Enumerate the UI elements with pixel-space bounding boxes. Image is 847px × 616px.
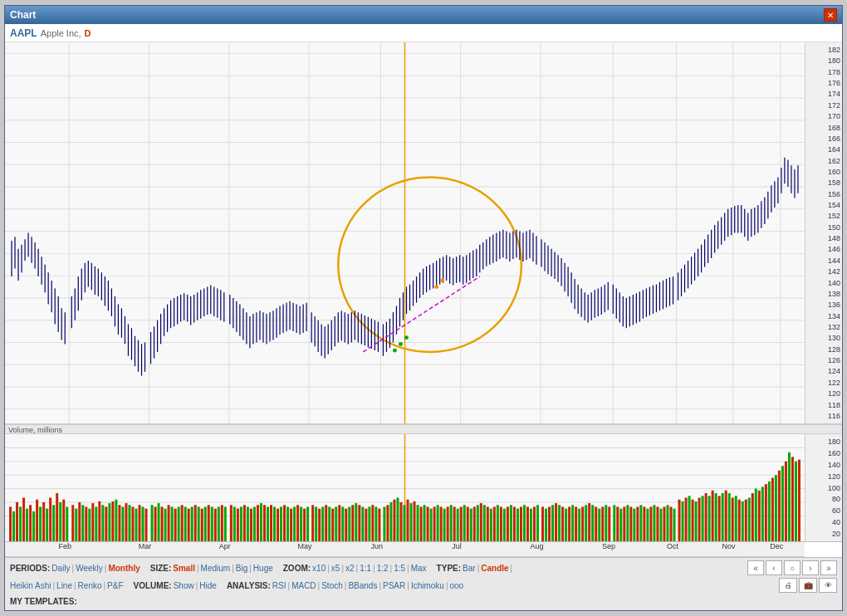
svg-rect-498 — [765, 484, 767, 541]
svg-rect-444 — [581, 506, 584, 541]
period-weekly[interactable]: Weekly — [76, 564, 103, 573]
chart-window: Chart ✕ AAPL Apple Inc, D — [4, 5, 843, 611]
svg-rect-467 — [659, 509, 662, 541]
svg-rect-492 — [745, 500, 747, 541]
period-daily[interactable]: Daily — [51, 564, 70, 573]
svg-rect-428 — [526, 506, 529, 541]
analysis-rsi[interactable]: RSI — [272, 581, 286, 590]
price-label: 152 — [807, 212, 840, 220]
analysis-macd[interactable]: MACD — [291, 581, 316, 590]
svg-rect-298 — [85, 506, 87, 541]
toolbar: PERIODS: Daily | Weekly | Monthly SIZE: … — [5, 557, 842, 610]
analysis-bbands[interactable]: BBands — [348, 581, 377, 590]
ticker-symbol[interactable]: AAPL — [10, 27, 37, 39]
svg-rect-423 — [510, 505, 512, 541]
svg-rect-399 — [430, 509, 433, 541]
svg-rect-443 — [578, 509, 580, 541]
svg-rect-357 — [286, 506, 289, 541]
view-button[interactable]: 👁 — [819, 578, 837, 593]
price-label: 168 — [807, 124, 840, 132]
volume-hide[interactable]: Hide — [199, 581, 217, 590]
nav-circle[interactable]: ○ — [784, 560, 800, 575]
type-pf[interactable]: P&F — [107, 581, 123, 590]
ticker-bar: AAPL Apple Inc, D — [5, 24, 842, 42]
svg-rect-440 — [568, 506, 570, 541]
svg-rect-365 — [315, 506, 317, 541]
analysis-ichimoku[interactable]: Ichimoku — [411, 581, 444, 590]
type-heikin-ashi[interactable]: Heikin Ashi — [10, 581, 51, 590]
zoom-max[interactable]: Max — [411, 564, 427, 573]
type-candle[interactable]: Candle — [481, 564, 508, 573]
nav-first[interactable]: « — [747, 560, 764, 575]
svg-rect-285 — [39, 506, 42, 541]
svg-rect-341 — [233, 506, 236, 541]
svg-point-265 — [404, 335, 409, 340]
price-label: 178 — [807, 68, 840, 76]
svg-rect-387 — [389, 502, 392, 541]
svg-rect-400 — [433, 506, 436, 541]
svg-rect-465 — [653, 505, 655, 541]
price-label: 134 — [807, 312, 840, 320]
size-small[interactable]: Small — [173, 564, 195, 573]
svg-rect-489 — [735, 496, 737, 541]
nav-next[interactable]: › — [802, 560, 819, 575]
svg-rect-327 — [184, 506, 187, 541]
svg-rect-350 — [263, 505, 266, 541]
svg-rect-276 — [9, 506, 12, 541]
volume-chart[interactable]: 180 160 140 120 100 80 60 40 20 — [5, 434, 842, 542]
svg-rect-305 — [108, 503, 110, 541]
analysis-stoch[interactable]: Stoch — [321, 581, 343, 590]
svg-rect-315 — [142, 506, 144, 541]
zoom-x5[interactable]: x5 — [331, 564, 340, 573]
main-chart[interactable]: 182 180 178 176 174 172 170 168 166 164 … — [5, 42, 842, 424]
svg-rect-366 — [318, 509, 321, 541]
svg-rect-430 — [533, 506, 536, 541]
type-renko[interactable]: Renko — [78, 581, 102, 590]
zoom-x10[interactable]: x10 — [312, 564, 326, 573]
analysis-psar[interactable]: PSAR — [383, 581, 405, 590]
svg-rect-286 — [42, 502, 45, 541]
zoom-1-2[interactable]: 1:2 — [377, 564, 389, 573]
svg-rect-409 — [463, 505, 466, 541]
main-chart-svg — [5, 42, 805, 423]
period-monthly[interactable]: Monthly — [108, 564, 140, 573]
svg-rect-419 — [497, 505, 499, 541]
volume-show[interactable]: Show — [174, 581, 194, 590]
save-button[interactable]: 💼 — [799, 578, 817, 593]
zoom-x2[interactable]: x2 — [345, 564, 355, 573]
size-big[interactable]: Big — [236, 564, 247, 573]
svg-rect-353 — [273, 506, 276, 541]
svg-rect-410 — [467, 506, 469, 541]
type-bar[interactable]: Bar — [463, 564, 476, 573]
zoom-1-1[interactable]: 1:1 — [360, 564, 371, 573]
price-label: 136 — [807, 301, 840, 309]
price-label: 154 — [807, 201, 840, 209]
svg-rect-460 — [636, 506, 639, 541]
size-huge[interactable]: Huge — [253, 564, 273, 573]
nav-last[interactable]: » — [820, 560, 837, 575]
close-button[interactable]: ✕ — [824, 8, 837, 22]
svg-rect-309 — [121, 506, 124, 541]
svg-rect-478 — [698, 498, 701, 541]
svg-rect-506 — [791, 457, 794, 541]
zoom-label: ZOOM: — [283, 564, 311, 573]
svg-rect-501 — [775, 475, 777, 541]
svg-rect-346 — [250, 509, 252, 541]
svg-rect-462 — [643, 506, 645, 541]
svg-rect-431 — [536, 505, 539, 541]
svg-rect-312 — [131, 506, 134, 541]
main-chart-canvas[interactable] — [5, 42, 805, 423]
svg-rect-396 — [420, 506, 423, 541]
svg-rect-508 — [798, 460, 800, 541]
price-label: 176 — [807, 79, 840, 87]
svg-rect-402 — [440, 506, 443, 541]
price-label: 166 — [807, 134, 840, 143]
print-button[interactable]: 🖨 — [779, 578, 797, 593]
type-line[interactable]: Line — [56, 581, 72, 590]
zoom-1-5[interactable]: 1:5 — [394, 564, 405, 573]
size-medium[interactable]: Medium — [201, 564, 231, 573]
analysis-more[interactable]: ooo — [450, 581, 464, 590]
price-label: 156 — [807, 190, 840, 198]
svg-rect-449 — [598, 509, 600, 541]
nav-prev[interactable]: ‹ — [766, 560, 782, 575]
